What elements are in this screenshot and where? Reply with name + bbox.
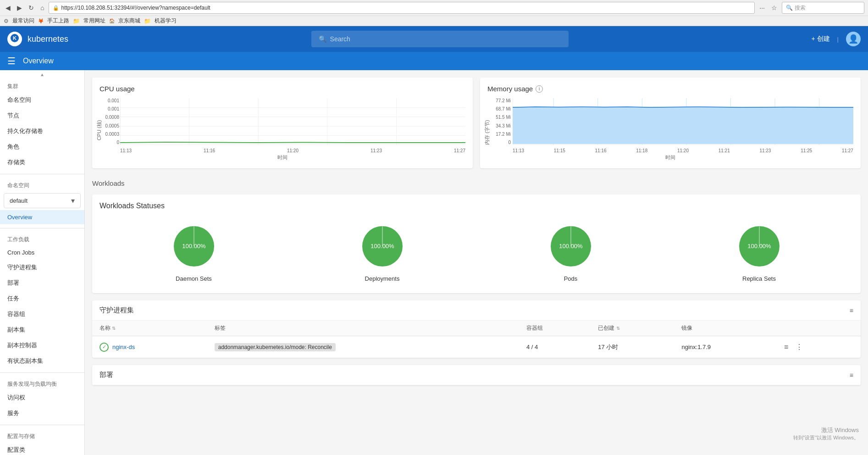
pods-pie-svg: 100.00% [546, 221, 596, 272]
namespace-selector[interactable]: default ▾ [4, 193, 81, 208]
replicasets-pie-svg: 100.00% [734, 221, 785, 272]
memory-chart-card: Memory usage i 77.2 Mi 68.7 Mi 51.5 Mi 3… [480, 78, 861, 168]
home-button[interactable]: ⌂ [39, 3, 46, 12]
user-avatar[interactable]: 👤 [846, 32, 861, 46]
header-actions: + 创建 | 👤 [812, 32, 861, 46]
mem-x-11-15: 11:15 [554, 148, 565, 153]
sidebar-item-pods[interactable]: 容器组 [0, 306, 84, 322]
sidebar-item-services[interactable]: 服务 [0, 405, 84, 421]
create-button[interactable]: + 创建 [812, 35, 830, 43]
daemonsets-label: Daemon Sets [176, 275, 212, 282]
td-row-actions: ≡ ⋮ [775, 336, 861, 358]
memory-y-5: 0 [508, 140, 511, 145]
deployments-filter-icon[interactable]: ≡ [850, 372, 853, 379]
forward-button[interactable]: ▶ [15, 3, 24, 12]
bookmark-zuchang[interactable]: 最常访问 [12, 17, 34, 25]
bookmark-jiqixuexi[interactable]: 机器学习 [155, 17, 177, 25]
address-bar[interactable]: 🔒 https://10.108.208.51:32394/#!/overvie… [49, 2, 755, 14]
memory-x-unit: 时间 [487, 154, 853, 161]
daemonsets-pie-svg: 100.00% [169, 221, 219, 272]
hamburger-menu[interactable]: ☰ [7, 55, 16, 67]
deployments-table-header: 部署 ≡ [92, 365, 861, 385]
sidebar-item-replicasets[interactable]: 副本集 [0, 322, 84, 338]
sidebar-item-storage[interactable]: 存储类 [0, 155, 84, 170]
deployments-label: Deployments [365, 275, 400, 282]
sidebar-item-roles[interactable]: 角色 [0, 139, 84, 155]
sidebar-item-pv[interactable]: 持久化存储卷 [0, 123, 84, 139]
sidebar-item-ingress[interactable]: 访问权 [0, 390, 84, 405]
daemonsets-filter-icon[interactable]: ≡ [850, 307, 853, 314]
memory-y-3: 34.3 Mi [496, 123, 511, 128]
header-divider: | [837, 36, 839, 43]
sidebar-item-namespace[interactable]: 命名空间 [0, 92, 84, 108]
memory-y-0: 77.2 Mi [496, 98, 511, 103]
row-status-icon: ✓ [100, 343, 109, 352]
memory-info-icon[interactable]: i [536, 85, 543, 93]
cpu-x-11-13: 11:13 [120, 148, 132, 153]
pie-chart-pods: 100.00% Pods [546, 221, 596, 282]
scroll-up-indicator: ▲ [0, 70, 84, 79]
row-list-icon[interactable]: ≡ [782, 341, 790, 353]
row-more-icon[interactable]: ⋮ [794, 341, 805, 353]
bookmark-shougong[interactable]: 手工上路 [47, 17, 69, 25]
row-tag: addonmanager.kubernetes.io/mode: Reconci… [215, 343, 336, 351]
td-labels: addonmanager.kubernetes.io/mode: Reconci… [207, 336, 519, 358]
th-pods: 容器组 [519, 321, 591, 336]
memory-y-4: 17.2 Mi [496, 132, 511, 137]
sidebar-item-configmaps[interactable]: 配置类 [0, 442, 84, 455]
main-layout: ▲ 集群 命名空间 节点 持久化存储卷 角色 存储类 命名空间 default … [0, 70, 868, 455]
back-button[interactable]: ◀ [4, 3, 12, 12]
more-button[interactable]: ··· [757, 3, 767, 12]
sidebar: ▲ 集群 命名空间 节点 持久化存储卷 角色 存储类 命名空间 default … [0, 70, 85, 455]
cpu-y-unit: CPU (核) [96, 120, 103, 141]
sidebar-item-rc[interactable]: 副本控制器 [0, 338, 84, 353]
th-actions [775, 321, 861, 336]
bookmark-settings-icon[interactable]: ⚙ [4, 18, 9, 24]
app-title: kubernetes [28, 34, 68, 44]
cpu-chart-svg [120, 98, 465, 145]
memory-x-axis: 11:13 11:15 11:16 11:18 11:20 11:21 11:2… [513, 148, 853, 153]
bookmark-changyong[interactable]: 常用网址 [83, 17, 105, 25]
cpu-y-label-2: 0.0008 [105, 115, 119, 120]
sidebar-item-deployments[interactable]: 部署 [0, 275, 84, 291]
browser-bookmarks: ⚙ 最常访问 🦊 手工上路 📁 常用网址 🏠 京东商城 📁 机器学习 [0, 16, 868, 26]
row-name-link[interactable]: nginx-ds [112, 344, 135, 350]
pie-charts-row: 100.00% Daemon Sets 100.00% Deployments [100, 217, 853, 286]
search-text: Search [330, 35, 350, 43]
sort-name-icon[interactable]: ⇅ [112, 326, 116, 331]
charts-row: CPU usage 0.001 0.001 0.0008 0.0005 0.00… [92, 78, 861, 168]
mem-x-11-21: 11:21 [719, 148, 730, 153]
refresh-button[interactable]: ↻ [27, 3, 36, 12]
kubernetes-logo-icon: K [10, 33, 19, 45]
sidebar-item-jobs[interactable]: 任务 [0, 291, 84, 306]
workload-section-title: 工作负载 [0, 232, 84, 245]
memory-y-unit: 内存 (字节) [484, 120, 491, 145]
sidebar-item-statefulsets[interactable]: 有状态副本集 [0, 353, 84, 369]
bookmark-jingdong[interactable]: 京东商城 [118, 17, 140, 25]
cluster-section-title: 集群 [0, 79, 84, 92]
cpu-x-11-23: 11:23 [370, 148, 382, 153]
sidebar-item-nodes[interactable]: 节点 [0, 108, 84, 123]
dropdown-arrow-icon: ▾ [71, 196, 75, 205]
config-section-title: 配置与存储 [0, 429, 84, 442]
sidebar-item-daemonsets[interactable]: 守护进程集 [0, 260, 84, 275]
sidebar-item-cronjobs[interactable]: Cron Jobs [0, 245, 84, 260]
mem-x-11-25: 11:25 [801, 148, 812, 153]
header-search[interactable]: 🔍 Search [311, 31, 569, 47]
sidebar-item-overview[interactable]: Overview [0, 210, 84, 224]
cpu-chart-title: CPU usage [100, 85, 465, 93]
cpu-y-label-5: 0 [116, 140, 119, 145]
mem-x-11-20: 11:20 [677, 148, 689, 153]
th-name: 名称 ⇅ [92, 321, 207, 336]
browser-search-bar[interactable]: 🔍 搜索 [782, 2, 864, 14]
pie-chart-replicasets: 100.00% Replica Sets [734, 221, 785, 282]
namespace-section-title: 命名空间 [0, 178, 84, 191]
cpu-y-label-0: 0.001 [108, 98, 119, 103]
daemonsets-table-header-row: 名称 ⇅ 标签 容器组 已创建 ⇅ 镜像 [92, 321, 861, 336]
cpu-y-label-3: 0.0005 [105, 123, 119, 128]
mem-x-11-27: 11:27 [842, 148, 853, 153]
nav-bar: ☰ Overview [0, 52, 868, 70]
bookmark-button[interactable]: ☆ [769, 3, 779, 12]
sort-created-icon[interactable]: ⇅ [616, 326, 620, 331]
td-status-name: ✓ nginx-ds [92, 336, 207, 358]
